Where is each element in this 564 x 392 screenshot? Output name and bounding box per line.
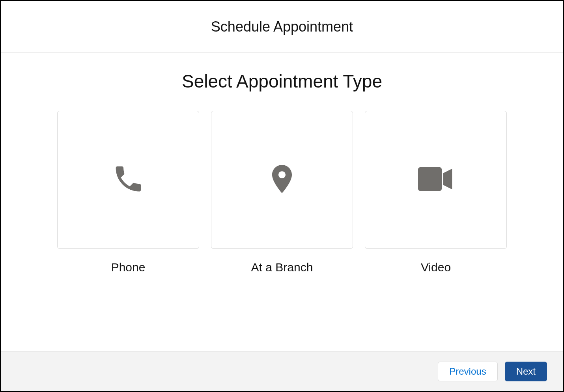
appointment-type-cards: Phone At a Branch Video: [39, 111, 525, 274]
footer: Previous Next: [1, 351, 563, 391]
option-phone-card[interactable]: [57, 111, 199, 249]
schedule-appointment-window: Schedule Appointment Select Appointment …: [0, 0, 564, 392]
option-video-card[interactable]: [365, 111, 507, 249]
option-branch-col: At a Branch: [211, 111, 353, 274]
header: Schedule Appointment: [1, 1, 563, 53]
phone-icon: [112, 163, 144, 197]
option-branch-card[interactable]: [211, 111, 353, 249]
option-phone-col: Phone: [57, 111, 199, 274]
video-camera-icon: [418, 167, 454, 192]
previous-button[interactable]: Previous: [438, 362, 497, 381]
option-video-label: Video: [421, 261, 451, 274]
option-phone-label: Phone: [111, 261, 146, 274]
content: Select Appointment Type Phone At a Branc…: [1, 53, 563, 351]
page-title: Schedule Appointment: [1, 19, 563, 35]
next-button[interactable]: Next: [505, 362, 547, 381]
option-branch-label: At a Branch: [251, 261, 313, 274]
location-pin-icon: [265, 162, 299, 198]
option-video-col: Video: [365, 111, 507, 274]
section-title: Select Appointment Type: [182, 71, 382, 92]
